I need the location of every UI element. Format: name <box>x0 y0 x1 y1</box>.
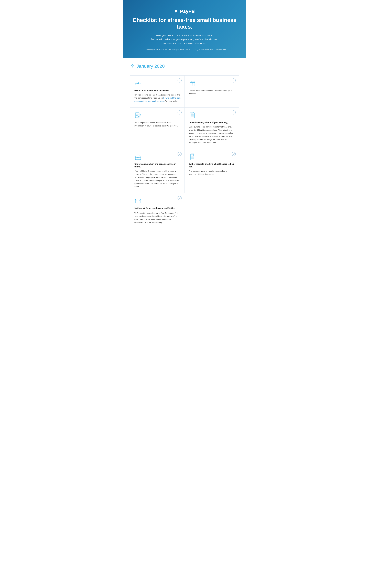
svg-rect-16 <box>191 158 192 159</box>
svg-rect-3 <box>135 113 139 118</box>
item-body-1: Or, start looking for one. It can take s… <box>134 93 180 103</box>
checklist-item-receipts: Gather receipts or a hire a bookkeeper t… <box>184 149 239 193</box>
month-divider <box>130 70 239 70</box>
check-circle-6[interactable] <box>232 152 236 156</box>
check-circle-5[interactable] <box>178 152 182 156</box>
svg-rect-7 <box>138 157 139 158</box>
checklist-item-accountant-calendar: Get on your accountant's calendar. Or, s… <box>130 75 184 108</box>
svg-rect-6 <box>135 156 141 160</box>
check-circle-2[interactable] <box>232 78 236 83</box>
item-body-5: From 1099s to K-1s and more, you'll have… <box>134 169 180 188</box>
box-icon <box>189 80 235 87</box>
svg-rect-14 <box>192 157 193 158</box>
svg-rect-12 <box>193 156 194 157</box>
item-body-6: And consider using an app to store and s… <box>189 169 235 176</box>
checklist-item-collect-1099: Collect 1099 information in a W-9 form f… <box>184 75 239 108</box>
item-body-7: W-2s need to be mailed out before Januar… <box>134 211 180 224</box>
pencil-paper-icon <box>134 112 180 119</box>
item-title-1: Get on your accountant's calendar. <box>134 89 180 92</box>
item-title-5: Understand, gather, and organize all you… <box>134 163 180 168</box>
item-body-2: Collect 1099 information in a W-9 form f… <box>189 89 235 95</box>
check-circle-1[interactable] <box>178 78 182 83</box>
briefcase-icon <box>134 153 180 161</box>
checklist-item-inventory: Do an inventory check (if you have any).… <box>184 107 239 149</box>
main-content: January 2020 Get on your accountant's <box>123 58 246 235</box>
item-title-7: Mail out W-2s for employees, and 1099s. <box>134 207 180 210</box>
hero-author: Contributing Writer, Aaron Berson, Manag… <box>129 48 240 51</box>
item-title-4: Do an inventory check (if you have any). <box>189 121 235 124</box>
month-icon <box>130 63 134 69</box>
svg-rect-18 <box>193 158 194 160</box>
svg-rect-17 <box>192 158 193 159</box>
hero-subtitle: Mark your dates — it's time for small bu… <box>143 34 226 45</box>
envelope-icon <box>134 197 180 205</box>
check-circle-7[interactable] <box>178 196 182 200</box>
sparkle-icon <box>130 63 134 68</box>
paypal-p-icon <box>173 9 179 14</box>
checklist-item-mail-w2: Mail out W-2s for employees, and 1099s. … <box>130 193 184 229</box>
item-body-4: Make sure to count all your inventory at… <box>189 125 235 144</box>
check-circle-4[interactable] <box>232 110 236 114</box>
calculator-icon <box>189 153 235 161</box>
item-title-6: Gather receipts or a hire a bookkeeper t… <box>189 163 235 168</box>
svg-rect-11 <box>192 156 193 157</box>
check-circle-3[interactable] <box>178 110 182 114</box>
paypal-logo: PayPal <box>129 9 240 14</box>
svg-rect-9 <box>191 154 194 155</box>
item-body-3: Have employees review and validate their… <box>134 121 180 127</box>
handshake-icon <box>134 80 180 87</box>
paypal-name: PayPal <box>180 9 196 14</box>
month-header: January 2020 <box>130 63 239 69</box>
checklist-item-payroll: Have employees review and validate their… <box>130 107 184 149</box>
svg-rect-4 <box>190 113 194 118</box>
svg-rect-15 <box>193 157 194 158</box>
checklist-grid: Get on your accountant's calendar. Or, s… <box>130 75 239 229</box>
svg-rect-19 <box>135 199 141 203</box>
svg-rect-10 <box>191 156 192 157</box>
month-title: January 2020 <box>137 63 165 69</box>
hero-section: PayPal Checklist for stress-free small b… <box>123 0 246 58</box>
checklist-item-forms: Understand, gather, and organize all you… <box>130 149 184 193</box>
svg-rect-13 <box>191 157 192 158</box>
clipboard-icon <box>189 112 235 119</box>
hero-title: Checklist for stress-free small business… <box>129 17 240 30</box>
